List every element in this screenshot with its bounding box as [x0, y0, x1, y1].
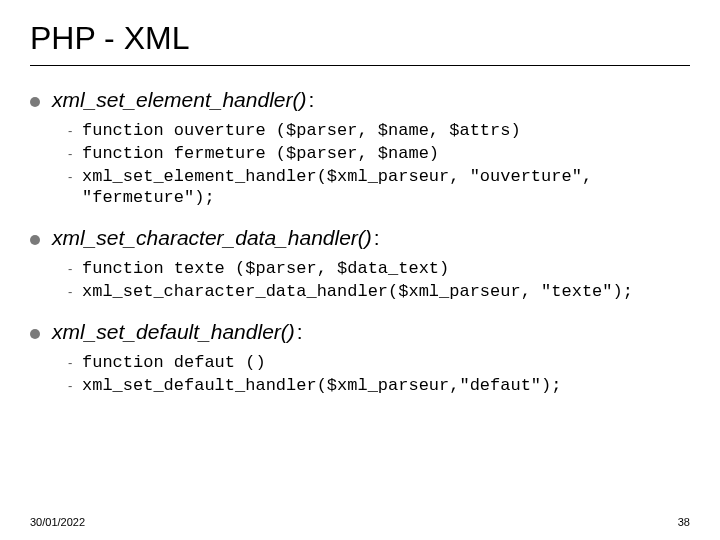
section-label: xml_set_character_data_handler(): [52, 226, 372, 250]
dash-icon: -: [68, 375, 82, 396]
sub-list: -function ouverture ($parser, $name, $at…: [68, 120, 690, 208]
code-line: function fermeture ($parser, $name): [82, 143, 439, 164]
section-1: xml_set_element_handler() : -function ou…: [30, 88, 690, 208]
bullet-icon: [30, 329, 40, 339]
dash-icon: -: [68, 258, 82, 279]
sub-item: -xml_set_character_data_handler($xml_par…: [68, 281, 690, 302]
code-line: xml_set_element_handler($xml_parseur, "o…: [82, 166, 690, 208]
slide-title: PHP - XML: [30, 20, 690, 66]
slide: PHP - XML xml_set_element_handler() : -f…: [0, 0, 720, 396]
sub-item: -function texte ($parser, $data_text): [68, 258, 690, 279]
sub-item: -function defaut (): [68, 352, 690, 373]
colon: :: [297, 320, 303, 344]
colon: :: [308, 88, 314, 112]
section-2: xml_set_character_data_handler() : -func…: [30, 226, 690, 302]
sub-list: -function defaut () -xml_set_default_han…: [68, 352, 690, 396]
dash-icon: -: [68, 281, 82, 302]
code-line: xml_set_default_handler($xml_parseur,"de…: [82, 375, 561, 396]
code-line: function defaut (): [82, 352, 266, 373]
footer-page: 38: [678, 516, 690, 528]
section-header: xml_set_element_handler() :: [30, 88, 690, 112]
dash-icon: -: [68, 352, 82, 373]
code-line: xml_set_character_data_handler($xml_pars…: [82, 281, 633, 302]
section-label: xml_set_default_handler(): [52, 320, 295, 344]
sub-item: -xml_set_element_handler($xml_parseur, "…: [68, 166, 690, 208]
bullet-icon: [30, 235, 40, 245]
sub-list: -function texte ($parser, $data_text) -x…: [68, 258, 690, 302]
bullet-icon: [30, 97, 40, 107]
section-header: xml_set_character_data_handler() :: [30, 226, 690, 250]
colon: :: [374, 226, 380, 250]
dash-icon: -: [68, 166, 82, 187]
dash-icon: -: [68, 143, 82, 164]
sub-item: -function fermeture ($parser, $name): [68, 143, 690, 164]
footer: 30/01/2022 38: [30, 516, 690, 528]
content-list: xml_set_element_handler() : -function ou…: [30, 88, 690, 396]
code-line: function texte ($parser, $data_text): [82, 258, 449, 279]
section-label: xml_set_element_handler(): [52, 88, 306, 112]
section-3: xml_set_default_handler() : -function de…: [30, 320, 690, 396]
sub-item: -function ouverture ($parser, $name, $at…: [68, 120, 690, 141]
dash-icon: -: [68, 120, 82, 141]
section-header: xml_set_default_handler() :: [30, 320, 690, 344]
footer-date: 30/01/2022: [30, 516, 85, 528]
sub-item: -xml_set_default_handler($xml_parseur,"d…: [68, 375, 690, 396]
code-line: function ouverture ($parser, $name, $att…: [82, 120, 521, 141]
